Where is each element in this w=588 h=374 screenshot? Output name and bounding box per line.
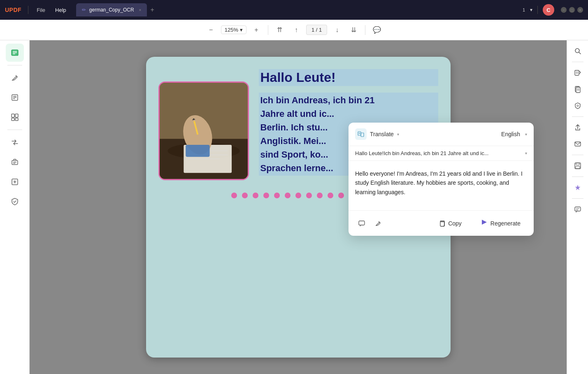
svg-rect-45 — [576, 166, 580, 169]
right-sidebar-save[interactable] — [570, 158, 585, 173]
toolbar-divider-2 — [365, 25, 365, 35]
last-page-button[interactable]: ⇊ — [347, 23, 360, 37]
zoom-in-button[interactable]: + — [250, 23, 263, 37]
toolbar: − 125% ▾ + ⇈ ↑ 1 / 1 ↓ ⇊ 💬 — [0, 20, 588, 40]
menu-help[interactable]: Help — [52, 5, 70, 15]
translate-language[interactable]: English — [501, 131, 520, 137]
svg-rect-8 — [12, 114, 14, 117]
left-sidebar — [0, 40, 30, 374]
sidebar-item-reader[interactable] — [6, 44, 24, 62]
right-sidebar-ocr[interactable] — [570, 65, 585, 80]
translate-popup: Translate ▾ English ▾ Hallo Leute!Ich bi… — [349, 123, 534, 236]
right-sidebar-ai[interactable] — [570, 180, 585, 195]
first-page-button[interactable]: ⇈ — [273, 23, 286, 37]
right-sidebar-search[interactable] — [570, 44, 585, 58]
translate-chat-icon[interactable] — [355, 217, 368, 230]
svg-point-41 — [577, 105, 579, 107]
image-placeholder — [160, 83, 248, 179]
copy-button[interactable]: Copy — [432, 216, 468, 230]
translate-tool-icon — [355, 128, 367, 140]
dot-2 — [242, 193, 248, 198]
svg-rect-27 — [361, 133, 364, 137]
right-sidebar-share[interactable] — [570, 120, 585, 135]
dot-9 — [317, 193, 323, 198]
svg-rect-44 — [576, 163, 579, 165]
next-page-button[interactable]: ↓ — [330, 23, 344, 37]
translate-label: Translate — [370, 131, 394, 137]
right-sidebar-secure[interactable] — [570, 98, 585, 113]
dot-3 — [253, 193, 258, 198]
svg-rect-42 — [575, 142, 581, 146]
user-avatar[interactable]: C — [543, 4, 554, 16]
page-nav-area: 1 ▾ — [520, 7, 532, 13]
sidebar-item-compress[interactable] — [6, 173, 24, 191]
right-sidebar-comment[interactable] — [570, 202, 585, 217]
pdf-image — [158, 81, 249, 180]
translate-footer-right: Copy Regenerate — [432, 215, 527, 232]
page-nav-1[interactable]: 1 — [520, 7, 528, 13]
svg-marker-32 — [482, 220, 487, 225]
pdf-body-line6: Sprachen lerne... — [260, 163, 333, 173]
add-tab-button[interactable]: + — [149, 5, 156, 15]
tab-label: german_Copy_OCR — [89, 7, 134, 13]
comment-button[interactable]: 💬 — [370, 23, 383, 37]
right-sidebar-pages[interactable] — [570, 82, 585, 97]
pdf-body-line3: Berlin. Ich stu... — [260, 122, 328, 132]
copy-label: Copy — [448, 220, 462, 227]
page-indicator: 1 / 1 — [306, 25, 327, 35]
sidebar-item-ocr[interactable] — [6, 153, 24, 171]
translate-header: Translate ▾ English ▾ — [349, 123, 534, 146]
svg-rect-9 — [15, 114, 18, 117]
translate-result: Hello everyone! I'm Andreas, I'm 21 year… — [349, 161, 534, 210]
sidebar-item-edit[interactable] — [6, 88, 24, 107]
svg-rect-46 — [575, 207, 581, 211]
translate-source-arrow[interactable]: ▾ — [525, 151, 527, 156]
maximize-button[interactable]: □ — [569, 7, 575, 13]
translate-source-area[interactable]: Hallo Leute!Ich bin Andreas, ich bin 21 … — [349, 146, 534, 161]
svg-rect-31 — [440, 222, 444, 226]
dot-8 — [306, 193, 312, 198]
zoom-dropdown-icon: ▾ — [240, 27, 243, 33]
svg-rect-34 — [575, 70, 579, 75]
sidebar-item-annotate[interactable] — [6, 69, 24, 87]
dot-11 — [338, 193, 344, 198]
tab-edit-icon: ✏ — [82, 7, 86, 13]
dot-6 — [285, 193, 291, 198]
svg-rect-10 — [12, 118, 14, 121]
translate-dropdown-arrow[interactable]: ▾ — [397, 132, 399, 137]
right-sidebar-mail[interactable] — [570, 137, 585, 151]
menu-file[interactable]: File — [33, 5, 49, 15]
dot-7 — [295, 193, 301, 198]
minimize-button[interactable]: − — [561, 7, 567, 13]
tab-german-copy-ocr[interactable]: ✏ german_Copy_OCR × — [76, 3, 147, 16]
regenerate-button[interactable]: Regenerate — [473, 215, 527, 232]
regenerate-icon — [480, 218, 488, 228]
page-separator: / — [316, 27, 318, 33]
zoom-out-button[interactable]: − — [205, 23, 218, 37]
sidebar-divider-1 — [7, 65, 22, 65]
app-logo: UPDF — [5, 7, 21, 13]
sidebar-item-convert[interactable] — [6, 133, 24, 151]
pdf-viewer-area: Hallo Leute! Ich bin Andreas, ich bin 21… — [30, 40, 567, 374]
right-sidebar-divider-4 — [572, 177, 583, 177]
zoom-selector[interactable]: 125% ▾ — [221, 26, 246, 34]
sidebar-item-organize[interactable] — [6, 108, 24, 126]
translate-footer: Copy Regenerate — [349, 210, 534, 236]
prev-page-button[interactable]: ↑ — [290, 23, 303, 37]
dot-10 — [328, 193, 333, 198]
page-current: 1 — [311, 27, 314, 33]
toolbar-divider-1 — [268, 25, 268, 35]
sidebar-item-protect[interactable] — [6, 193, 24, 211]
page-total: 1 — [319, 27, 322, 33]
translate-pen-icon[interactable] — [372, 217, 385, 230]
pdf-body-line2: Jahre alt und ic... — [260, 109, 335, 119]
page-nav-arrow: ▾ — [530, 7, 532, 13]
dot-5 — [274, 193, 280, 198]
pdf-title: Hallo Leute! — [259, 69, 438, 86]
right-sidebar-divider-1 — [572, 62, 583, 62]
translate-lang-arrow[interactable]: ▾ — [525, 132, 527, 137]
close-button[interactable]: × — [577, 7, 583, 13]
tab-close-button[interactable]: × — [139, 8, 142, 12]
window-controls: − □ × — [561, 7, 583, 13]
svg-rect-25 — [186, 145, 209, 157]
